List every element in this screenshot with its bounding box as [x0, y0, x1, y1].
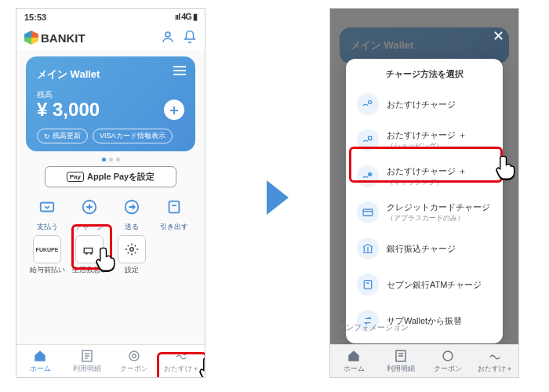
atm-icon	[357, 274, 379, 296]
close-icon[interactable]: ✕	[493, 27, 504, 45]
svg-point-8	[130, 248, 134, 252]
nav-home[interactable]: ホーム	[330, 345, 377, 377]
option-seven-atm[interactable]: セブン銀行ATMチャージ	[346, 267, 503, 303]
charge-label: チャージ	[75, 223, 104, 230]
balance-amount: ¥ 3,000	[37, 99, 184, 121]
bottom-nav: ホーム 利用明細 クーポン おたすけ＋	[16, 344, 205, 377]
apple-pay-icon: Pay	[67, 172, 84, 182]
hand-plus-icon	[357, 129, 379, 151]
phone-screen-home: 15:53 ııl 4G ▮ BANKIT メイン Wallet 残高 ¥ 3,…	[16, 8, 205, 378]
pay-icon[interactable]	[34, 194, 60, 220]
hand-coin-icon	[357, 93, 379, 115]
nav-home[interactable]: ホーム	[16, 345, 64, 377]
refresh-balance-button[interactable]: ↻残高更新	[37, 129, 88, 143]
svg-point-11	[133, 354, 136, 358]
profile-icon[interactable]	[161, 30, 175, 45]
app-header: BANKIT	[16, 25, 205, 50]
nav-coupon[interactable]: クーポン	[111, 345, 158, 377]
pointer-hand-icon	[495, 154, 519, 180]
balance-label: 残高	[37, 89, 184, 100]
charge-icon[interactable]	[76, 194, 103, 220]
credit-card-icon	[357, 201, 379, 223]
clock: 15:53	[24, 13, 46, 22]
menu-icon[interactable]	[173, 66, 186, 77]
withdraw-icon[interactable]	[161, 194, 187, 220]
wallet-card: メイン Wallet 残高 ¥ 3,000 ＋ ↻残高更新 VISAカード情報表…	[26, 56, 195, 151]
svg-point-12	[184, 353, 186, 355]
hand-cash-icon	[357, 165, 379, 187]
option-otasuke-shopping[interactable]: おたすけチャージ ＋（ショッピング）	[346, 122, 503, 158]
charge-method-sheet: チャージ方法を選択 おたすけチャージ おたすけチャージ ＋（ショッピング） おた…	[346, 59, 503, 343]
arrow-right-icon	[267, 180, 289, 215]
option-subwallet[interactable]: サブWalletから振替	[346, 303, 503, 339]
nav-otasuke[interactable]: おたすけ＋	[158, 345, 205, 377]
pay-label: 支払う	[37, 223, 58, 230]
apple-pay-setup-button[interactable]: Pay Apple Payを設定	[45, 166, 176, 187]
status-bar: 15:53 ııl 4G ▮	[16, 9, 205, 25]
pointer-hand-icon	[198, 355, 205, 378]
svg-rect-1	[41, 203, 54, 212]
svg-rect-5	[84, 249, 93, 253]
option-otasuke-cashing[interactable]: おたすけチャージ ＋（キャッシング）	[346, 158, 503, 194]
information-heading: インフォメーション	[338, 322, 409, 333]
phone-screen-sheet: メイン Wallet ✕ チャージ方法を選択 おたすけチャージ おたすけチャージ…	[329, 8, 519, 378]
send-icon[interactable]	[118, 194, 145, 220]
svg-point-6	[86, 253, 88, 255]
sheet-title: チャージ方法を選択	[346, 65, 503, 86]
svg-point-19	[443, 351, 453, 361]
bank-icon	[357, 238, 379, 260]
svg-rect-17	[364, 281, 371, 289]
nav-history[interactable]: 利用明細	[64, 345, 111, 377]
option-otasuke-charge[interactable]: おたすけチャージ	[346, 86, 503, 122]
svg-point-10	[129, 351, 139, 361]
page-indicator	[16, 158, 205, 162]
svg-point-13	[369, 100, 372, 103]
nav-otasuke[interactable]: おたすけ＋	[471, 345, 518, 377]
bottom-nav: ホーム 利用明細 クーポン おたすけ＋	[330, 344, 518, 377]
withdraw-label: 引き出す	[160, 223, 188, 230]
payroll-label: 給与前払い	[30, 266, 65, 274]
svg-point-0	[165, 32, 170, 37]
settings-label: 設定	[125, 266, 139, 274]
payroll-icon[interactable]: FUKUPE	[33, 235, 61, 263]
send-label: 送る	[125, 223, 139, 230]
add-button[interactable]: ＋	[164, 100, 184, 120]
svg-rect-4	[169, 201, 180, 213]
nav-history[interactable]: 利用明細	[377, 345, 424, 377]
nav-coupon[interactable]: クーポン	[424, 345, 471, 377]
pointer-hand-icon	[95, 245, 122, 272]
settings-icon[interactable]	[118, 235, 146, 263]
option-bank-transfer[interactable]: 銀行振込チャージ	[346, 230, 503, 267]
option-creditcard[interactable]: クレジットカードチャージ（アプラスカードのみ）	[346, 194, 503, 230]
brand-logo: BANKIT	[24, 31, 85, 45]
logo-icon	[24, 31, 38, 45]
network-indicator: ııl 4G ▮	[175, 12, 197, 22]
wallet-title: メイン Wallet	[37, 67, 184, 82]
svg-point-7	[91, 253, 93, 255]
bell-icon[interactable]	[183, 30, 197, 45]
svg-rect-14	[369, 136, 372, 140]
visa-info-button[interactable]: VISAカード情報表示	[93, 129, 173, 143]
svg-rect-16	[363, 209, 373, 216]
